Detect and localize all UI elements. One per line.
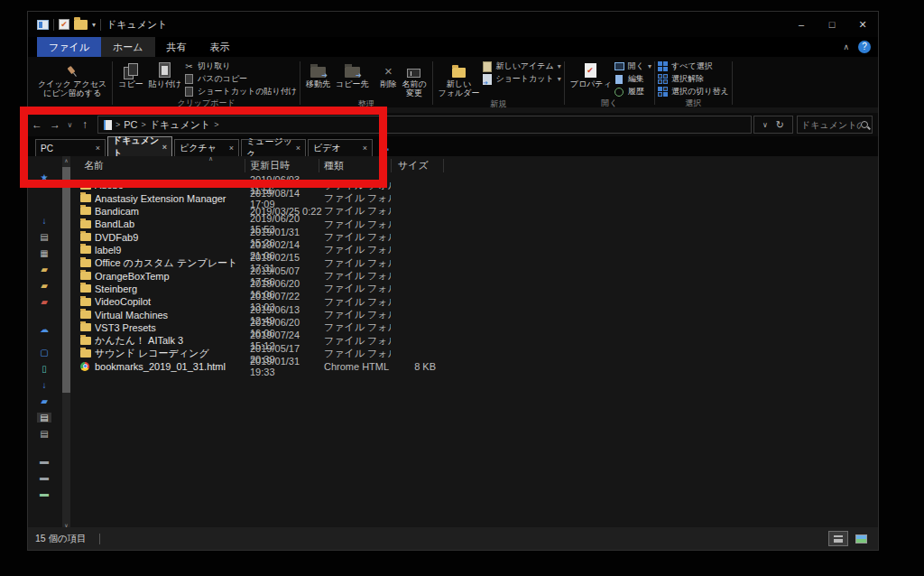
folder-tab-pictures[interactable]: ピクチャ × <box>174 139 239 156</box>
tab-close-icon[interactable]: × <box>229 144 234 153</box>
this-pc-icon[interactable]: ▢ <box>40 348 48 358</box>
thumbnail-view-button[interactable] <box>851 531 871 546</box>
error-folder-icon[interactable]: ▰ <box>41 297 48 307</box>
divider[interactable] <box>319 159 319 172</box>
copy-path-button[interactable]: パスのコピー <box>184 73 297 85</box>
file-row[interactable]: DVDFab92019/01/31 15:26ファイル フォルダー <box>75 230 878 243</box>
paste-shortcut-button[interactable]: ショートカットの貼り付け <box>184 86 297 98</box>
tab-close-icon[interactable]: × <box>96 144 100 153</box>
file-row[interactable]: Adobe2019/06/03 11:56ファイル フォルダー <box>75 179 878 191</box>
minimize-button[interactable]: – <box>786 12 817 37</box>
rename-button[interactable]: 名前の変更 <box>399 59 429 98</box>
close-button[interactable]: ✕ <box>847 12 878 37</box>
file-row[interactable]: label92019/02/14 21:06ファイル フォルダー <box>75 244 878 256</box>
breadcrumb-pc[interactable]: PC <box>124 119 137 130</box>
onedrive-cloud-icon[interactable]: ☁ <box>40 324 49 334</box>
file-row[interactable]: Bandicam2019/03/25 0:22ファイル フォルダー <box>75 205 878 218</box>
sync-folder-2-icon[interactable]: ▰ <box>41 281 48 291</box>
divider[interactable] <box>245 159 245 172</box>
copy-to-button[interactable]: コピー先 <box>333 59 371 88</box>
column-type[interactable]: 種類 <box>324 159 391 172</box>
scroll-up-icon[interactable]: ∧ <box>62 157 70 163</box>
new-folder-qat-icon[interactable] <box>74 20 88 30</box>
edit-button[interactable]: 編集 <box>614 73 651 85</box>
scrollbar-thumb[interactable] <box>62 167 70 393</box>
recent-locations-icon[interactable]: ∨ <box>64 121 76 129</box>
search-box[interactable] <box>797 116 873 134</box>
tab-file[interactable]: ファイル <box>37 37 101 57</box>
folder-tab-documents[interactable]: ドキュメント × <box>107 136 172 156</box>
breadcrumb-chevron[interactable]: > <box>214 120 218 129</box>
file-row[interactable]: Virtual Machines2019/06/13 12:49ファイル フォル… <box>75 308 878 321</box>
select-none-button[interactable]: 選択解除 <box>658 73 729 85</box>
new-tab-button[interactable]: ✚ <box>380 144 389 156</box>
folder-tab-music[interactable]: ミュージック × <box>241 139 306 156</box>
tab-view[interactable]: 表示 <box>199 37 242 57</box>
downloads-arrow-icon[interactable]: ↓ <box>42 216 47 226</box>
file-row[interactable]: VST3 Presets2019/06/20 16:06ファイル フォルダー <box>75 321 878 334</box>
history-button[interactable]: 履歴 <box>614 86 651 98</box>
breadcrumb-chevron[interactable]: > <box>142 120 146 129</box>
file-row[interactable]: bookmarks_2019_01_31.html2019/01/31 19:3… <box>75 360 878 373</box>
tab-close-icon[interactable]: × <box>162 143 167 152</box>
document-page-icon[interactable]: ▤ <box>40 232 48 242</box>
address-bar[interactable]: > PC > ドキュメント > <box>97 116 752 134</box>
folder-tab-pc[interactable]: PC × <box>35 139 106 156</box>
forward-icon[interactable]: → <box>46 118 64 131</box>
tab-share[interactable]: 共有 <box>155 37 199 57</box>
file-row[interactable]: Office のカスタム テンプレート2019/02/15 17:31ファイル … <box>75 256 878 269</box>
drive-icon[interactable]: ▬ <box>40 456 49 466</box>
open-button[interactable]: 開く ▾ <box>614 60 651 72</box>
file-row[interactable]: かんたん！ AITalk 32019/07/24 15:12ファイル フォルダー <box>75 334 878 347</box>
column-size[interactable]: サイズ <box>398 159 438 172</box>
pictures-page-icon[interactable]: ▤ <box>40 429 48 439</box>
select-all-button[interactable]: すべて選択 <box>658 60 729 72</box>
tab-close-icon[interactable]: × <box>363 144 367 153</box>
search-icon[interactable] <box>861 121 868 128</box>
file-row[interactable]: Steinberg2019/06/20 16:06ファイル フォルダー <box>75 283 878 295</box>
desktop-folder-icon[interactable]: ▰ <box>41 396 48 406</box>
new-folder-button[interactable]: 新しいフォルダー <box>436 59 483 98</box>
documents-page-icon[interactable]: ▤ <box>37 413 51 423</box>
tab-home[interactable]: ホーム <box>101 37 155 57</box>
file-row[interactable]: サウンド レコーディング2019/05/17 20:39ファイル フォルダー <box>75 347 878 359</box>
properties-button[interactable]: プロパティ <box>568 59 614 88</box>
help-icon[interactable]: ? <box>858 41 871 53</box>
downloads-arrow-2-icon[interactable]: ↓ <box>42 380 47 390</box>
divider[interactable] <box>443 159 444 172</box>
divider[interactable] <box>391 159 392 172</box>
address-dropdown-icon[interactable]: ∨ <box>762 121 768 129</box>
file-row[interactable]: OrangeBoxTemp2019/05/07 17:56ファイル フォルダー <box>75 269 878 282</box>
sidebar-scrollbar[interactable]: ∧ ∨ <box>62 156 70 529</box>
paste-button[interactable]: 貼り付け <box>146 59 184 88</box>
new-item-button[interactable]: 新しいアイテム ▾ <box>482 60 560 72</box>
column-name[interactable]: 名前 ∧ <box>84 159 250 172</box>
file-row[interactable]: BandLab2019/06/20 15:53ファイル フォルダー <box>75 218 878 230</box>
search-input[interactable] <box>801 120 861 130</box>
drive-2-icon[interactable]: ▬ <box>40 472 49 482</box>
shortcut-button[interactable]: ショートカット ▾ <box>482 73 560 85</box>
cut-button[interactable]: ✂ 切り取り <box>184 60 297 72</box>
drive-3-icon[interactable]: ▬ <box>40 488 49 498</box>
pin-to-quick-access-button[interactable]: クイック アクセスにピン留めする <box>35 59 109 98</box>
back-icon[interactable]: ← <box>28 118 46 131</box>
quick-access-star-icon[interactable]: ★ <box>41 172 49 182</box>
copy-button[interactable]: コピー <box>116 59 145 88</box>
delete-button[interactable]: × 削除 <box>377 59 399 88</box>
sync-folder-icon[interactable]: ▰ <box>41 265 48 274</box>
column-date[interactable]: 更新日時 <box>250 159 324 172</box>
qat-dropdown-icon[interactable]: ▾ <box>92 21 96 29</box>
properties-check-icon[interactable]: ✔ <box>59 19 69 30</box>
up-icon[interactable]: ↑ <box>76 118 94 131</box>
move-to-button[interactable]: 移動先 <box>303 59 333 88</box>
maximize-button[interactable]: □ <box>817 12 847 37</box>
tab-close-icon[interactable]: × <box>296 144 300 153</box>
pictures-icon[interactable]: ▦ <box>40 248 48 258</box>
collapse-ribbon-icon[interactable]: ∧ <box>843 42 849 51</box>
refresh-icon[interactable]: ↻ <box>776 119 784 131</box>
folder-tab-video[interactable]: ビデオ × <box>308 139 373 156</box>
breadcrumb-documents[interactable]: ドキュメント <box>150 118 211 132</box>
invert-selection-button[interactable]: 選択の切り替え <box>658 86 729 98</box>
file-row[interactable]: VideoCopilot2019/07/22 13:03ファイル フォルダー <box>75 295 878 308</box>
details-view-button[interactable] <box>828 531 848 546</box>
